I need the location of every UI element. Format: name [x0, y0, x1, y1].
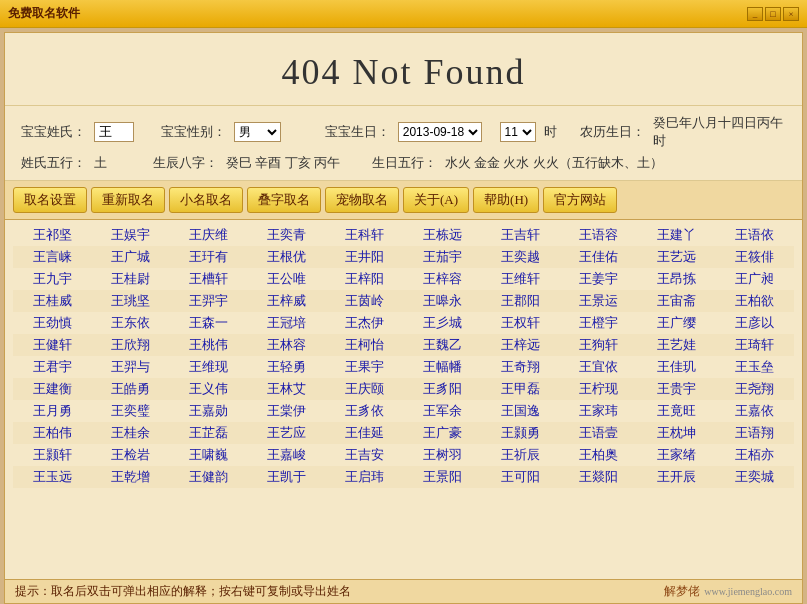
name-cell[interactable]: 王景运: [560, 290, 638, 312]
name-cell[interactable]: 王柯怡: [325, 334, 403, 356]
name-cell[interactable]: 王奕璧: [91, 400, 169, 422]
name-cell[interactable]: 王竟旺: [638, 400, 716, 422]
name-cell[interactable]: 王祈辰: [482, 444, 560, 466]
toolbar-btn-7[interactable]: 官方网站: [543, 187, 617, 213]
name-cell[interactable]: 王桂余: [91, 422, 169, 444]
name-cell[interactable]: 王根优: [247, 246, 325, 268]
name-cell[interactable]: 王建衡: [13, 378, 91, 400]
name-cell[interactable]: 王柏欲: [716, 290, 794, 312]
name-cell[interactable]: 王栋远: [403, 224, 481, 246]
name-cell[interactable]: 王佳佑: [560, 246, 638, 268]
name-cell[interactable]: 王郡阳: [482, 290, 560, 312]
name-cell[interactable]: 王羿宇: [169, 290, 247, 312]
name-cell[interactable]: 王语翔: [716, 422, 794, 444]
toolbar-btn-4[interactable]: 宠物取名: [325, 187, 399, 213]
name-cell[interactable]: 王井阳: [325, 246, 403, 268]
name-cell[interactable]: 王广豪: [403, 422, 481, 444]
name-cell[interactable]: 王柠现: [560, 378, 638, 400]
name-cell[interactable]: 王梓阳: [325, 268, 403, 290]
name-cell[interactable]: 王家玮: [560, 400, 638, 422]
name-cell[interactable]: 王义伟: [169, 378, 247, 400]
name-cell[interactable]: 王羿与: [91, 356, 169, 378]
name-cell[interactable]: 王语壹: [560, 422, 638, 444]
name-cell[interactable]: 王宙斋: [638, 290, 716, 312]
name-cell[interactable]: 王轻勇: [247, 356, 325, 378]
name-cell[interactable]: 王娱宇: [91, 224, 169, 246]
name-cell[interactable]: 王语依: [716, 224, 794, 246]
name-cell[interactable]: 王奕城: [716, 466, 794, 488]
name-cell[interactable]: 王筱俳: [716, 246, 794, 268]
name-cell[interactable]: 王棠伊: [247, 400, 325, 422]
name-cell[interactable]: 王魏乙: [403, 334, 481, 356]
name-cell[interactable]: 王检岩: [91, 444, 169, 466]
name-cell[interactable]: 王九宇: [13, 268, 91, 290]
name-cell[interactable]: 王欣翔: [91, 334, 169, 356]
last-name-input[interactable]: [94, 122, 134, 142]
name-cell[interactable]: 王豸阳: [403, 378, 481, 400]
name-cell[interactable]: 王广缨: [638, 312, 716, 334]
name-cell[interactable]: 王奕越: [482, 246, 560, 268]
name-cell[interactable]: 王广昶: [716, 268, 794, 290]
name-cell[interactable]: 王玗有: [169, 246, 247, 268]
name-cell[interactable]: 王吉轩: [482, 224, 560, 246]
name-cell[interactable]: 王果宇: [325, 356, 403, 378]
name-cell[interactable]: 王颢勇: [482, 422, 560, 444]
name-cell[interactable]: 王梓远: [482, 334, 560, 356]
name-cell[interactable]: 王宜依: [560, 356, 638, 378]
name-cell[interactable]: 王广城: [91, 246, 169, 268]
hour-select[interactable]: 11: [500, 122, 536, 142]
name-cell[interactable]: 王君宇: [13, 356, 91, 378]
name-cell[interactable]: 王言崃: [13, 246, 91, 268]
name-cell[interactable]: 王庆颐: [325, 378, 403, 400]
name-cell[interactable]: 王栢亦: [716, 444, 794, 466]
name-cell[interactable]: 王劲慎: [13, 312, 91, 334]
name-cell[interactable]: 王玉远: [13, 466, 91, 488]
name-cell[interactable]: 王琦轩: [716, 334, 794, 356]
name-cell[interactable]: 王东依: [91, 312, 169, 334]
name-cell[interactable]: 王艺娃: [638, 334, 716, 356]
name-cell[interactable]: 王乾增: [91, 466, 169, 488]
name-cell[interactable]: 王彡城: [403, 312, 481, 334]
name-cell[interactable]: 王豸依: [325, 400, 403, 422]
name-cell[interactable]: 王可阳: [482, 466, 560, 488]
name-cell[interactable]: 王科轩: [325, 224, 403, 246]
name-cell[interactable]: 王健韵: [169, 466, 247, 488]
toolbar-btn-5[interactable]: 关于(A): [403, 187, 469, 213]
name-cell[interactable]: 王茄宇: [403, 246, 481, 268]
name-cell[interactable]: 王玉垒: [716, 356, 794, 378]
name-cell[interactable]: 王燚阳: [560, 466, 638, 488]
name-cell[interactable]: 王芷磊: [169, 422, 247, 444]
maximize-button[interactable]: □: [765, 7, 781, 21]
name-cell[interactable]: 王梓威: [247, 290, 325, 312]
name-cell[interactable]: 王柏奥: [560, 444, 638, 466]
name-cell[interactable]: 王嘉勋: [169, 400, 247, 422]
name-cell[interactable]: 王语容: [560, 224, 638, 246]
name-cell[interactable]: 王槽轩: [169, 268, 247, 290]
toolbar-btn-0[interactable]: 取名设置: [13, 187, 87, 213]
name-cell[interactable]: 王艺应: [247, 422, 325, 444]
name-cell[interactable]: 王珧坚: [91, 290, 169, 312]
name-cell[interactable]: 王艺远: [638, 246, 716, 268]
name-cell[interactable]: 王军余: [403, 400, 481, 422]
name-cell[interactable]: 王杰伊: [325, 312, 403, 334]
name-cell[interactable]: 王林艾: [247, 378, 325, 400]
name-cell[interactable]: 王凯于: [247, 466, 325, 488]
name-cell[interactable]: 王狗轩: [560, 334, 638, 356]
name-cell[interactable]: 王树羽: [403, 444, 481, 466]
name-cell[interactable]: 王嗥永: [403, 290, 481, 312]
name-cell[interactable]: 王佳玑: [638, 356, 716, 378]
name-cell[interactable]: 王桂威: [13, 290, 91, 312]
name-cell[interactable]: 王柏伟: [13, 422, 91, 444]
name-cell[interactable]: 王家绪: [638, 444, 716, 466]
name-cell[interactable]: 王启玮: [325, 466, 403, 488]
name-cell[interactable]: 王佳延: [325, 422, 403, 444]
name-cell[interactable]: 王权轩: [482, 312, 560, 334]
name-cell[interactable]: 王吉安: [325, 444, 403, 466]
name-cell[interactable]: 王枕坤: [638, 422, 716, 444]
name-cell[interactable]: 王国逸: [482, 400, 560, 422]
name-cell[interactable]: 王颢轩: [13, 444, 91, 466]
name-cell[interactable]: 王橙宇: [560, 312, 638, 334]
name-cell[interactable]: 王开辰: [638, 466, 716, 488]
name-cell[interactable]: 王贵宇: [638, 378, 716, 400]
name-cell[interactable]: 王桂尉: [91, 268, 169, 290]
